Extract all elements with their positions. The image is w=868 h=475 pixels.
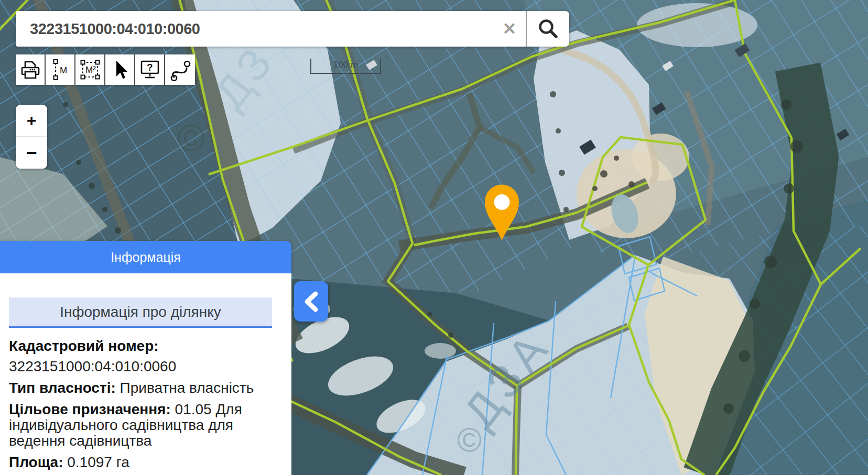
parcel-fields: Кадастровий номер: 3223151000:04:010:006… [9, 338, 270, 470]
field-value: 0.1097 га [67, 454, 129, 470]
scale-bar: 100 m [310, 59, 381, 74]
svg-text:?: ? [147, 62, 153, 73]
field-label: Цільове призначення: [9, 401, 171, 417]
info-panel-header: Інформація [0, 241, 291, 273]
search-bar: ✕ [16, 11, 569, 47]
field-value: 3223151000:04:010:0060 [9, 359, 270, 374]
watermark-copyright2-icon: © [457, 421, 482, 459]
zoom-out-button[interactable]: − [16, 137, 47, 169]
field-designated-purpose: Цільове призначення: 01.05 Для індивідуа… [9, 402, 270, 449]
collapse-panel-button[interactable] [294, 281, 328, 322]
printer-icon [19, 59, 41, 81]
zoom-controls: + − [16, 105, 47, 169]
measure-area-icon: M² [78, 58, 102, 82]
map-toolbar: M M² ? [16, 54, 195, 85]
field-label: Площа: [9, 454, 63, 470]
info-panel-body: Інформація про ділянку Кадастровий номер… [0, 273, 291, 475]
route-icon [169, 58, 192, 81]
watermark-copyright-icon: © [177, 117, 205, 159]
cadastral-map-app: © ДЗ ДЗА © ✕ [0, 0, 868, 475]
chevron-left-icon [302, 290, 320, 313]
zoom-in-button[interactable]: + [16, 105, 47, 137]
svg-text:M: M [60, 65, 67, 75]
search-icon [537, 17, 560, 40]
monitor-question-icon: ? [138, 58, 162, 81]
help-identify-button[interactable]: ? [135, 54, 165, 85]
section-title: Інформація про ділянку [9, 297, 272, 328]
svg-text:M²: M² [85, 65, 96, 75]
search-input[interactable] [16, 11, 493, 47]
cursor-icon [109, 59, 131, 81]
info-panel: Інформація Інформація про ділянку Кадаст… [0, 241, 291, 475]
field-ownership-type: Тип власності: Приватна власність [9, 380, 270, 396]
search-button[interactable] [527, 11, 569, 47]
clear-search-icon[interactable]: ✕ [493, 11, 526, 47]
field-value: Приватна власність [120, 380, 254, 396]
measure-area-button[interactable]: M² [75, 54, 105, 85]
field-label: Кадастровий номер: [9, 338, 270, 354]
print-button[interactable] [16, 54, 46, 85]
field-area: Площа: 0.1097 га [9, 455, 270, 470]
measure-distance-icon: M [49, 58, 71, 82]
select-pointer-button[interactable] [105, 54, 135, 85]
scale-bar-label: 100 m [333, 60, 358, 70]
route-button[interactable] [165, 54, 195, 85]
measure-distance-button[interactable]: M [46, 54, 75, 85]
field-label: Тип власності: [9, 380, 116, 396]
field-cadastral-number: Кадастровий номер: 3223151000:04:010:006… [9, 338, 270, 374]
